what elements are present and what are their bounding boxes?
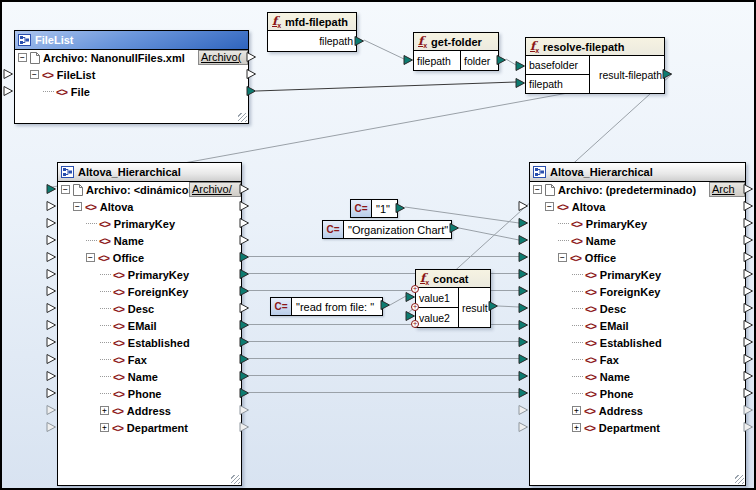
- tree-row[interactable]: PrimaryKey: [58, 266, 241, 283]
- constant-one[interactable]: C= "1": [350, 199, 398, 218]
- tree-row-file[interactable]: Archivo: (predeterminado) Arch: [530, 181, 745, 198]
- input-connector-icon[interactable]: [518, 353, 529, 365]
- collapse-icon[interactable]: [558, 253, 567, 262]
- input-connector-icon[interactable]: [46, 268, 57, 280]
- input-connector-icon[interactable]: [46, 353, 57, 365]
- output-connector-icon[interactable]: [239, 421, 250, 433]
- tree-row[interactable]: Altova: [58, 198, 241, 215]
- output-connector-icon[interactable]: [743, 285, 754, 297]
- tree-row[interactable]: PrimaryKey: [530, 215, 745, 232]
- output-connector-icon[interactable]: [239, 183, 250, 195]
- tree-row-file[interactable]: Archivo: <dinámico> Archivo/: [58, 181, 241, 198]
- output-connector-icon[interactable]: [743, 183, 754, 195]
- component-header[interactable]: Altova_Hierarchical: [58, 163, 241, 182]
- collapse-icon[interactable]: [545, 202, 554, 211]
- tree-row[interactable]: Address: [530, 402, 745, 419]
- tree-row[interactable]: PrimaryKey: [58, 215, 241, 232]
- tree-row[interactable]: Department: [530, 419, 745, 436]
- input-connector-icon[interactable]: [46, 387, 57, 399]
- constant-organization-chart[interactable]: C= "Organization Chart": [322, 220, 452, 239]
- input-connector-icon[interactable]: [46, 302, 57, 314]
- tree-row[interactable]: Name: [58, 368, 241, 385]
- tree-row[interactable]: Fax: [58, 351, 241, 368]
- tree-row[interactable]: Established: [530, 334, 745, 351]
- expand-icon[interactable]: [100, 423, 109, 432]
- expand-icon[interactable]: [572, 423, 581, 432]
- input-connector-icon[interactable]: [518, 217, 529, 229]
- output-connector-icon[interactable]: [743, 336, 754, 348]
- input-connector-icon[interactable]: [46, 421, 57, 433]
- function-get-folder[interactable]: get-folder filepath folder: [413, 32, 499, 71]
- connection[interactable]: [390, 296, 406, 305]
- output-connector-icon[interactable]: [743, 370, 754, 382]
- file-string-button[interactable]: Arch: [709, 182, 745, 197]
- input-connector-icon[interactable]: [518, 302, 529, 314]
- output-connector-icon[interactable]: [239, 370, 250, 382]
- tree-row[interactable]: Fax: [530, 351, 745, 368]
- input-connector-icon[interactable]: [518, 336, 529, 348]
- tree-row[interactable]: Name: [530, 368, 745, 385]
- input-connector-icon[interactable]: [518, 370, 529, 382]
- add-parameter-icon[interactable]: [411, 303, 419, 311]
- function-resolve-filepath[interactable]: resolve-filepath basefolder filepath res…: [525, 37, 665, 94]
- input-connector-icon[interactable]: [518, 319, 529, 331]
- output-connector-icon[interactable]: [743, 421, 754, 433]
- output-connector-icon[interactable]: [239, 353, 250, 365]
- input-connector-icon[interactable]: [518, 387, 529, 399]
- tree-row[interactable]: FileList: [15, 66, 248, 83]
- collapse-icon[interactable]: [73, 202, 82, 211]
- tree-row[interactable]: Department: [58, 419, 241, 436]
- connection[interactable]: [459, 228, 519, 240]
- input-connector-icon[interactable]: [518, 421, 529, 433]
- output-connector-icon[interactable]: [239, 404, 250, 416]
- output-connector-icon[interactable]: [246, 68, 257, 80]
- resize-grip[interactable]: [238, 113, 247, 122]
- collapse-icon[interactable]: [18, 53, 27, 62]
- input-connector-icon[interactable]: [46, 183, 57, 195]
- tree-row[interactable]: PrimaryKey: [530, 266, 745, 283]
- input-connector-icon[interactable]: [46, 336, 57, 348]
- component-header[interactable]: FileList: [15, 31, 248, 50]
- input-connector-icon[interactable]: [3, 68, 14, 80]
- collapse-icon[interactable]: [61, 185, 70, 194]
- input-connector-icon[interactable]: [46, 370, 57, 382]
- tree-row[interactable]: EMail: [58, 317, 241, 334]
- output-connector-icon[interactable]: [239, 268, 250, 280]
- tree-row[interactable]: Established: [58, 334, 241, 351]
- output-connector-icon[interactable]: [239, 200, 250, 212]
- connection[interactable]: [498, 306, 519, 307]
- function-concat[interactable]: concat value1 value2 result: [415, 269, 491, 328]
- constant-read-from-file[interactable]: C= "read from file: ": [270, 297, 383, 316]
- output-connector-icon[interactable]: [662, 68, 673, 80]
- input-connector-icon[interactable]: [518, 404, 529, 416]
- output-connector-icon[interactable]: [239, 217, 250, 229]
- input-connector-icon[interactable]: [46, 404, 57, 416]
- input-connector-icon[interactable]: [518, 285, 529, 297]
- output-connector-icon[interactable]: [239, 319, 250, 331]
- component-header[interactable]: Altova_Hierarchical: [530, 163, 745, 182]
- output-connector-icon[interactable]: [743, 200, 754, 212]
- input-connector-icon[interactable]: [3, 85, 14, 97]
- connection[interactable]: [364, 40, 404, 59]
- output-connector-icon[interactable]: [246, 51, 257, 63]
- connection[interactable]: [256, 82, 516, 91]
- tree-row[interactable]: File: [15, 83, 248, 100]
- expand-icon[interactable]: [100, 406, 109, 415]
- collapse-icon[interactable]: [86, 253, 95, 262]
- tree-row[interactable]: Address: [58, 402, 241, 419]
- add-parameter-icon[interactable]: [411, 285, 419, 293]
- output-connector-icon[interactable]: [743, 319, 754, 331]
- output-connector-icon[interactable]: [239, 302, 250, 314]
- output-connector-icon[interactable]: [246, 85, 257, 97]
- input-connector-icon[interactable]: [46, 200, 57, 212]
- output-connector-icon[interactable]: [743, 387, 754, 399]
- collapse-icon[interactable]: [30, 70, 39, 79]
- input-connector-icon[interactable]: [518, 251, 529, 263]
- tree-row-file[interactable]: Archivo: NanonullFiles.xml Archivo(: [15, 49, 248, 66]
- tree-row[interactable]: EMail: [530, 317, 745, 334]
- output-connector-icon[interactable]: [743, 217, 754, 229]
- output-connector-icon[interactable]: [395, 202, 406, 214]
- collapse-icon[interactable]: [533, 185, 542, 194]
- output-connector-icon[interactable]: [354, 35, 365, 47]
- input-connector-icon[interactable]: [518, 268, 529, 280]
